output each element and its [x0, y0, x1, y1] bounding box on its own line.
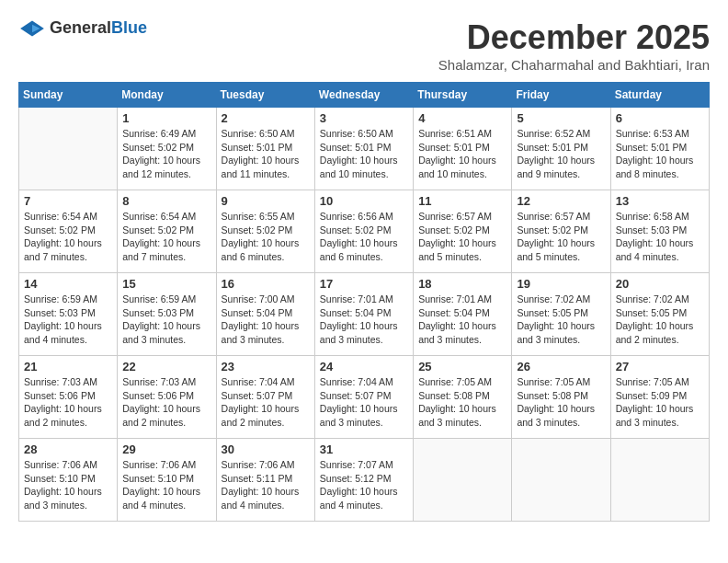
calendar-week-row: 7Sunrise: 6:54 AM Sunset: 5:02 PM Daylig…	[19, 190, 710, 273]
day-number: 12	[517, 194, 605, 208]
calendar-day-cell: 27Sunrise: 7:05 AM Sunset: 5:09 PM Dayli…	[610, 356, 709, 439]
day-number: 31	[320, 442, 408, 456]
day-info: Sunrise: 6:59 AM Sunset: 5:03 PM Dayligh…	[24, 293, 112, 347]
day-info: Sunrise: 6:55 AM Sunset: 5:02 PM Dayligh…	[222, 210, 310, 264]
day-number: 2	[222, 111, 310, 125]
calendar-day-cell: 14Sunrise: 6:59 AM Sunset: 5:03 PM Dayli…	[19, 273, 118, 356]
day-info: Sunrise: 7:01 AM Sunset: 5:04 PM Dayligh…	[320, 293, 408, 347]
calendar-day-cell: 15Sunrise: 6:59 AM Sunset: 5:03 PM Dayli…	[118, 273, 216, 356]
calendar-day-cell: 6Sunrise: 6:53 AM Sunset: 5:01 PM Daylig…	[610, 108, 709, 190]
calendar-day-header: Sunday	[19, 83, 118, 108]
calendar-day-cell: 19Sunrise: 7:02 AM Sunset: 5:05 PM Dayli…	[512, 273, 610, 356]
calendar-day-cell	[19, 108, 118, 190]
day-number: 9	[222, 194, 310, 208]
day-info: Sunrise: 7:06 AM Sunset: 5:10 PM Dayligh…	[122, 458, 210, 512]
day-info: Sunrise: 7:03 AM Sunset: 5:06 PM Dayligh…	[122, 375, 210, 430]
day-info: Sunrise: 7:05 AM Sunset: 5:08 PM Dayligh…	[418, 375, 506, 430]
logo: GeneralBlue	[18, 18, 147, 38]
day-info: Sunrise: 6:57 AM Sunset: 5:02 PM Dayligh…	[517, 210, 605, 264]
calendar-day-cell: 16Sunrise: 7:00 AM Sunset: 5:04 PM Dayli…	[216, 273, 314, 356]
day-number: 28	[24, 442, 112, 456]
day-number: 15	[122, 277, 210, 291]
calendar-day-cell: 22Sunrise: 7:03 AM Sunset: 5:06 PM Dayli…	[118, 356, 216, 439]
day-number: 13	[616, 194, 704, 208]
day-info: Sunrise: 7:00 AM Sunset: 5:04 PM Dayligh…	[222, 293, 310, 347]
calendar-day-cell: 8Sunrise: 6:54 AM Sunset: 5:02 PM Daylig…	[118, 190, 216, 273]
calendar-week-row: 21Sunrise: 7:03 AM Sunset: 5:06 PM Dayli…	[19, 356, 710, 439]
day-info: Sunrise: 6:52 AM Sunset: 5:01 PM Dayligh…	[517, 127, 605, 181]
day-info: Sunrise: 6:54 AM Sunset: 5:02 PM Dayligh…	[24, 210, 112, 264]
day-number: 8	[122, 194, 210, 208]
calendar-day-cell: 2Sunrise: 6:50 AM Sunset: 5:01 PM Daylig…	[216, 108, 314, 190]
day-info: Sunrise: 6:57 AM Sunset: 5:02 PM Dayligh…	[418, 210, 506, 264]
calendar-day-cell: 31Sunrise: 7:07 AM Sunset: 5:12 PM Dayli…	[314, 439, 413, 522]
day-number: 4	[418, 111, 506, 125]
calendar-day-cell: 30Sunrise: 7:06 AM Sunset: 5:11 PM Dayli…	[216, 439, 314, 522]
calendar-day-cell: 25Sunrise: 7:05 AM Sunset: 5:08 PM Dayli…	[414, 356, 512, 439]
calendar-day-header: Saturday	[610, 83, 709, 108]
calendar-week-row: 14Sunrise: 6:59 AM Sunset: 5:03 PM Dayli…	[19, 273, 710, 356]
calendar-week-row: 1Sunrise: 6:49 AM Sunset: 5:02 PM Daylig…	[19, 108, 710, 190]
day-info: Sunrise: 7:05 AM Sunset: 5:09 PM Dayligh…	[616, 375, 704, 430]
day-number: 1	[122, 111, 210, 125]
day-number: 3	[320, 111, 408, 125]
calendar-day-cell: 18Sunrise: 7:01 AM Sunset: 5:04 PM Dayli…	[414, 273, 512, 356]
day-info: Sunrise: 6:59 AM Sunset: 5:03 PM Dayligh…	[122, 293, 210, 347]
day-number: 22	[122, 360, 210, 373]
day-info: Sunrise: 6:56 AM Sunset: 5:02 PM Dayligh…	[320, 210, 408, 264]
day-info: Sunrise: 6:50 AM Sunset: 5:01 PM Dayligh…	[222, 127, 310, 181]
day-number: 30	[222, 442, 310, 456]
calendar-day-cell: 3Sunrise: 6:50 AM Sunset: 5:01 PM Daylig…	[314, 108, 413, 190]
calendar-day-cell: 17Sunrise: 7:01 AM Sunset: 5:04 PM Dayli…	[314, 273, 413, 356]
calendar-day-cell: 23Sunrise: 7:04 AM Sunset: 5:07 PM Dayli…	[216, 356, 314, 439]
calendar-day-cell: 13Sunrise: 6:58 AM Sunset: 5:03 PM Dayli…	[610, 190, 709, 273]
calendar-header-row: SundayMondayTuesdayWednesdayThursdayFrid…	[19, 83, 710, 108]
day-info: Sunrise: 6:54 AM Sunset: 5:02 PM Dayligh…	[122, 210, 210, 264]
day-info: Sunrise: 7:04 AM Sunset: 5:07 PM Dayligh…	[320, 375, 408, 430]
day-info: Sunrise: 7:01 AM Sunset: 5:04 PM Dayligh…	[418, 293, 506, 347]
calendar-day-cell: 1Sunrise: 6:49 AM Sunset: 5:02 PM Daylig…	[118, 108, 216, 190]
title-area: December 2025 Shalamzar, Chaharmahal and…	[438, 18, 710, 73]
calendar-day-cell: 20Sunrise: 7:02 AM Sunset: 5:05 PM Dayli…	[610, 273, 709, 356]
day-info: Sunrise: 7:05 AM Sunset: 5:08 PM Dayligh…	[517, 375, 605, 430]
calendar-day-cell	[512, 439, 610, 522]
calendar-day-header: Thursday	[414, 83, 512, 108]
month-title: December 2025	[438, 18, 710, 57]
day-info: Sunrise: 7:03 AM Sunset: 5:06 PM Dayligh…	[24, 375, 112, 430]
day-info: Sunrise: 6:51 AM Sunset: 5:01 PM Dayligh…	[418, 127, 506, 181]
day-number: 29	[122, 442, 210, 456]
day-number: 26	[517, 360, 605, 373]
day-info: Sunrise: 6:49 AM Sunset: 5:02 PM Dayligh…	[122, 127, 210, 181]
calendar-day-cell: 26Sunrise: 7:05 AM Sunset: 5:08 PM Dayli…	[512, 356, 610, 439]
calendar-day-cell: 11Sunrise: 6:57 AM Sunset: 5:02 PM Dayli…	[414, 190, 512, 273]
day-number: 25	[418, 360, 506, 373]
calendar-day-header: Tuesday	[216, 83, 314, 108]
calendar-day-cell: 24Sunrise: 7:04 AM Sunset: 5:07 PM Dayli…	[314, 356, 413, 439]
logo-blue: Blue	[111, 18, 147, 37]
calendar-day-cell: 12Sunrise: 6:57 AM Sunset: 5:02 PM Dayli…	[512, 190, 610, 273]
day-number: 11	[418, 194, 506, 208]
calendar-table: SundayMondayTuesdayWednesdayThursdayFrid…	[18, 82, 710, 522]
calendar-day-cell: 10Sunrise: 6:56 AM Sunset: 5:02 PM Dayli…	[314, 190, 413, 273]
day-info: Sunrise: 7:06 AM Sunset: 5:10 PM Dayligh…	[24, 458, 112, 512]
day-number: 10	[320, 194, 408, 208]
logo-general: General	[50, 18, 111, 37]
day-number: 27	[616, 360, 704, 373]
day-number: 20	[616, 277, 704, 291]
day-number: 23	[222, 360, 310, 373]
calendar-day-header: Wednesday	[314, 83, 413, 108]
calendar-day-cell: 28Sunrise: 7:06 AM Sunset: 5:10 PM Dayli…	[19, 439, 118, 522]
day-number: 16	[222, 277, 310, 291]
page-header: GeneralBlue December 2025 Shalamzar, Cha…	[18, 18, 710, 73]
calendar-week-row: 28Sunrise: 7:06 AM Sunset: 5:10 PM Dayli…	[19, 439, 710, 522]
day-info: Sunrise: 6:58 AM Sunset: 5:03 PM Dayligh…	[616, 210, 704, 264]
day-info: Sunrise: 7:04 AM Sunset: 5:07 PM Dayligh…	[222, 375, 310, 430]
calendar-day-cell: 4Sunrise: 6:51 AM Sunset: 5:01 PM Daylig…	[414, 108, 512, 190]
day-number: 14	[24, 277, 112, 291]
day-number: 6	[616, 111, 704, 125]
day-info: Sunrise: 7:06 AM Sunset: 5:11 PM Dayligh…	[222, 458, 310, 512]
day-number: 24	[320, 360, 408, 373]
calendar-day-cell	[610, 439, 709, 522]
calendar-day-cell: 29Sunrise: 7:06 AM Sunset: 5:10 PM Dayli…	[118, 439, 216, 522]
day-info: Sunrise: 7:02 AM Sunset: 5:05 PM Dayligh…	[517, 293, 605, 347]
